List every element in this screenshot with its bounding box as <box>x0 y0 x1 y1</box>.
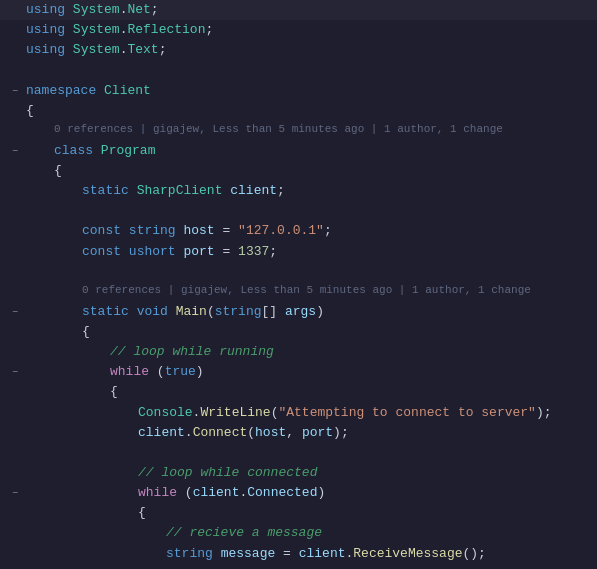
code-line: { <box>0 161 597 181</box>
code-line: string message = client.ReceiveMessage()… <box>0 544 597 564</box>
code-line: // recieve a message <box>0 523 597 543</box>
code-line <box>0 201 597 221</box>
code-line: const ushort port = 1337; <box>0 242 597 262</box>
meta-line: 0 references | gigajew, Less than 5 minu… <box>0 121 597 141</box>
code-line: − while (true) <box>0 362 597 382</box>
code-editor: using System.Net; using System.Reflectio… <box>0 0 597 569</box>
code-line: client.Connect(host, port); <box>0 423 597 443</box>
code-line: using System.Net; <box>0 0 597 20</box>
code-line: // loop while connected <box>0 463 597 483</box>
code-line: const string host = "127.0.0.1"; <box>0 221 597 241</box>
collapse-icon[interactable]: − <box>8 365 22 381</box>
code-line: − class Program <box>0 141 597 161</box>
code-line: { <box>0 101 597 121</box>
code-line: { <box>0 322 597 342</box>
code-line: − while (client.Connected) <box>0 483 597 503</box>
collapse-icon[interactable]: − <box>8 84 22 100</box>
code-line: { <box>0 382 597 402</box>
code-line: − static void Main(string[] args) <box>0 302 597 322</box>
collapse-icon[interactable]: − <box>8 305 22 321</box>
code-line <box>0 60 597 80</box>
collapse-icon[interactable]: − <box>8 144 22 160</box>
code-line: Console.WriteLine("Attempting to connect… <box>0 403 597 423</box>
code-line <box>0 443 597 463</box>
code-line <box>0 262 597 282</box>
code-line: static SharpClient client; <box>0 181 597 201</box>
code-line <box>0 564 597 569</box>
collapse-icon[interactable]: − <box>8 486 22 502</box>
code-line: − namespace Client <box>0 81 597 101</box>
meta-line: 0 references | gigajew, Less than 5 minu… <box>0 282 597 302</box>
code-line: using System.Text; <box>0 40 597 60</box>
code-line: // loop while running <box>0 342 597 362</box>
code-line: using System.Reflection; <box>0 20 597 40</box>
code-line: { <box>0 503 597 523</box>
